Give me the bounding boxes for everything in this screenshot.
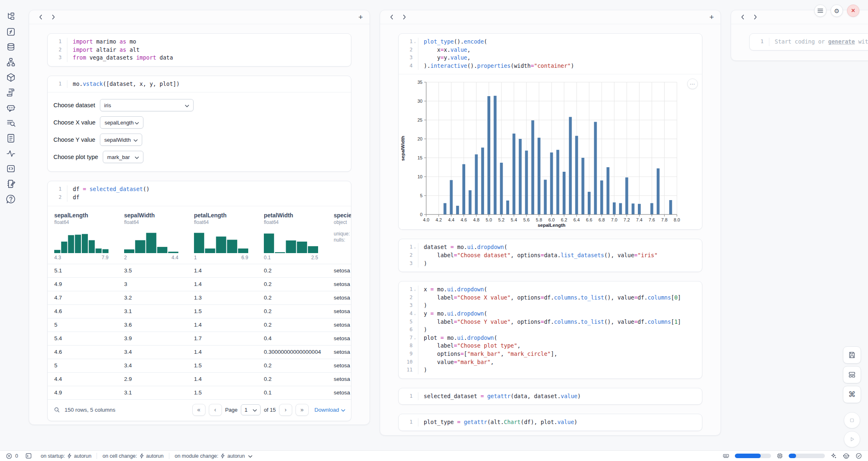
logs-icon[interactable] [3,85,18,100]
last-page-button[interactable]: » [295,404,309,416]
dropdown-value: sepalWidth [104,137,131,143]
scroll-right-icon[interactable] [750,12,760,22]
column-type: object [334,219,351,225]
functions-icon[interactable] [3,24,18,39]
table-cell: 1.4 [187,267,257,274]
packages-icon[interactable] [3,70,18,85]
code-text: label="Choose Y value", options=df.colum… [424,318,681,326]
assistant-bot-icon[interactable] [843,452,850,460]
marimo-notebook: + 1import marimo as mo2import altair as … [0,0,868,461]
line-number: 7 [410,334,413,342]
fold-arrow-icon[interactable]: ⌄ [413,334,417,342]
line-number: 8 [410,342,413,350]
search-icon[interactable] [53,406,60,413]
range-max: 2.5 [311,255,318,260]
fold-arrow-icon[interactable]: ⌄ [413,310,417,318]
errors-icon[interactable] [6,453,12,459]
code-line: 1plot_type = getattr(alt.Chart(df), plot… [402,418,696,426]
autorun-setting[interactable]: on cell change:autorun [97,453,169,459]
documentation-icon[interactable] [3,131,18,146]
dropdown-value: mark_bar [107,154,130,160]
code-line: 2 label="Choose dataset", options=data.l… [402,251,696,260]
fold-arrow-icon[interactable]: ⌄ [413,286,417,294]
code-editor[interactable]: 1mo.vstack([dataset, x, y, plot]) [48,76,351,92]
fold-arrow-icon[interactable]: ⌄ [413,243,417,251]
column-header[interactable]: sepalWidthfloat6424.4 [118,212,187,264]
code-text: y = mo.ui.dropdown( [424,310,487,318]
code-editor[interactable]: 1⌄x = mo.ui.dropdown(2 label="Choose X v… [399,281,702,378]
generate-with-ai-link[interactable]: generate [828,38,855,45]
code-text: df = selected_dataset() [73,185,150,194]
scroll-left-icon[interactable] [387,12,397,22]
line-number: 9 [410,350,413,358]
table-cell: 0.2 [257,281,327,287]
code-editor[interactable]: 1⌄dataset = mo.ui.dropdown(2 label="Choo… [399,239,702,272]
scroll-left-icon[interactable] [36,12,46,22]
code-editor[interactable]: 1df = selected_dataset()2df [48,181,351,205]
ai-sparkle-icon[interactable] [830,452,837,459]
table-cell: 3.6 [118,322,187,328]
code-editor[interactable]: 1import marimo as mo2import altair as al… [48,34,351,66]
column-header[interactable]: sepalLengthfloat644.37.9 [48,212,118,264]
table-cell: 3.5 [118,267,187,274]
help-icon[interactable] [3,191,18,207]
line-gutter: 3 [402,54,418,62]
autorun-setting[interactable]: on startup:autorun [35,453,97,459]
dropdown-select[interactable]: iris [100,99,194,111]
dataframe-output: sepalLengthfloat644.37.9sepalWidthfloat6… [48,206,351,421]
scroll-left-icon[interactable] [738,12,748,22]
settings-button[interactable]: ⚙ [831,5,843,17]
save-icon [848,351,856,359]
autorun-setting[interactable]: on module change:autorun [169,453,258,459]
dropdown-select[interactable]: sepalWidth [100,134,142,146]
notebook-cell: 1plot_type = getattr(alt.Chart(df), plot… [398,414,702,431]
tracing-icon[interactable] [3,146,18,161]
table-cell: 1.5 [187,390,257,396]
layout-button[interactable] [843,366,861,383]
file-tree-icon[interactable] [3,9,18,24]
download-button[interactable]: Download [314,407,345,413]
table-cell: 4.4 [48,376,118,382]
code-editor[interactable]: 1Start coding or generate with [750,34,868,50]
prev-page-button[interactable]: ‹ [209,404,222,416]
add-cell-button[interactable]: + [358,13,363,21]
datasources-icon[interactable] [3,39,18,55]
scratchpad-icon[interactable] [3,176,18,191]
ai-chat-icon[interactable] [3,100,18,115]
terminal-icon[interactable] [25,452,32,459]
next-page-button[interactable]: › [279,404,292,416]
menu-button[interactable] [814,5,826,17]
snippets-icon[interactable] [3,161,18,176]
close-button[interactable]: × [847,5,859,17]
table-cell: 3 [118,281,187,287]
fold-arrow-icon[interactable]: ⌄ [413,38,417,46]
column-header[interactable]: speciesobjectunique:nulls: [327,212,351,264]
connection-status-icon[interactable] [855,452,862,459]
autorun-setting-value: autorun [74,453,91,459]
run-button[interactable] [844,431,860,447]
search-list-icon[interactable] [3,115,18,131]
svg-text:7.6: 7.6 [649,217,655,222]
column-header[interactable]: petalLengthfloat6416.9 [187,212,257,264]
bar-chart[interactable]: 4.04.24.44.64.85.05.25.45.65.86.06.26.46… [399,74,702,230]
dropdown-row: Choose datasetiris [53,99,344,111]
column-header[interactable]: petalWidthfloat640.12.5 [257,212,327,264]
scroll-right-icon[interactable] [399,12,409,22]
code-editor[interactable]: 1plot_type = getattr(alt.Chart(df), plot… [399,414,702,431]
dependency-graph-icon[interactable] [3,55,18,70]
table-cell: setosa [327,390,351,396]
dropdown-select[interactable]: sepalLength [100,116,143,129]
stop-button[interactable] [844,412,860,429]
first-page-button[interactable]: « [192,404,205,416]
page-select[interactable]: 1 [241,404,261,415]
scroll-right-icon[interactable] [48,12,58,22]
line-number: 2 [410,251,413,260]
dropdown-select[interactable]: mark_bar [103,151,143,163]
code-editor[interactable]: 1⌄plot_type().encode(2 x=x.value,3 y=y.v… [399,34,702,74]
cpu-meter [789,454,825,458]
add-cell-button[interactable]: + [709,13,714,21]
code-editor[interactable]: 1selected_dataset = getattr(data, datase… [399,388,702,405]
command-palette-button[interactable]: ⌘ [843,386,861,403]
line-number: 11 [406,366,413,374]
save-button[interactable] [843,346,861,364]
